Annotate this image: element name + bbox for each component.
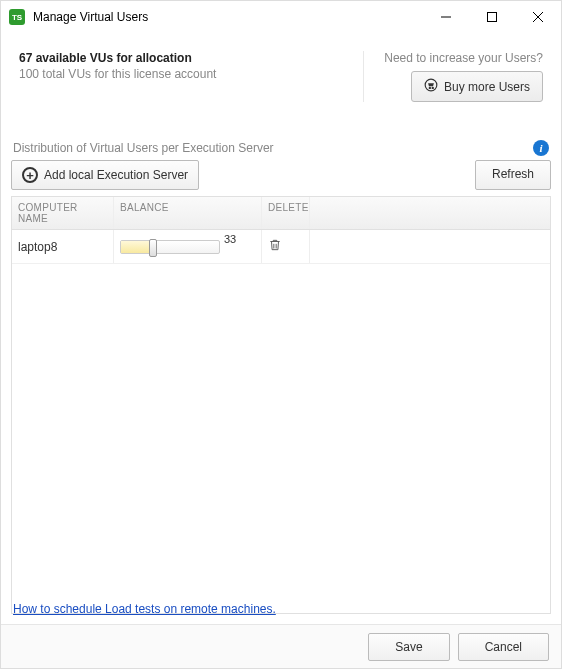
window-controls — [423, 1, 561, 33]
servers-table: COMPUTER NAME BALANCE DELETE laptop8 33 — [11, 196, 551, 614]
cart-icon — [424, 78, 438, 95]
slider-thumb[interactable] — [149, 239, 157, 257]
add-local-server-button[interactable]: + Add local Execution Server — [11, 160, 199, 190]
buy-more-users-label: Buy more Users — [444, 80, 530, 94]
svg-point-5 — [429, 87, 430, 88]
summary-row: 67 available VUs for allocation 100 tota… — [1, 33, 561, 110]
col-balance: BALANCE — [114, 197, 262, 229]
cancel-button[interactable]: Cancel — [458, 633, 549, 661]
maximize-button[interactable] — [469, 1, 515, 33]
svg-point-6 — [432, 87, 433, 88]
app-icon: TS — [9, 9, 25, 25]
table-header: COMPUTER NAME BALANCE DELETE — [12, 197, 550, 230]
close-button[interactable] — [515, 1, 561, 33]
table-row: laptop8 33 — [12, 230, 550, 264]
section-header: Distribution of Virtual Users per Execut… — [1, 110, 561, 160]
total-vus-label: 100 total VUs for this license account — [19, 67, 363, 81]
available-vus-label: 67 available VUs for allocation — [19, 51, 363, 65]
cell-computer-name: laptop8 — [12, 230, 114, 263]
summary-right: Need to increase your Users? Buy more Us… — [363, 51, 543, 102]
buy-more-users-button[interactable]: Buy more Users — [411, 71, 543, 102]
help-link-row: How to schedule Load tests on remote mac… — [13, 602, 276, 616]
svg-rect-1 — [488, 13, 497, 22]
cell-delete — [262, 230, 310, 263]
info-icon[interactable]: i — [533, 140, 549, 156]
dialog-footer: Save Cancel — [1, 624, 561, 668]
minimize-button[interactable] — [423, 1, 469, 33]
cell-balance: 33 — [114, 230, 262, 263]
delete-row-button[interactable] — [268, 238, 282, 255]
trash-icon — [268, 238, 282, 252]
table-body: laptop8 33 — [12, 230, 550, 613]
save-button[interactable]: Save — [368, 633, 449, 661]
refresh-button[interactable]: Refresh — [475, 160, 551, 190]
increase-prompt: Need to increase your Users? — [384, 51, 543, 65]
plus-circle-icon: + — [22, 167, 38, 183]
window-title: Manage Virtual Users — [33, 10, 423, 24]
col-delete: DELETE — [262, 197, 310, 229]
col-computer-name: COMPUTER NAME — [12, 197, 114, 229]
help-link[interactable]: How to schedule Load tests on remote mac… — [13, 602, 276, 616]
balance-slider[interactable] — [120, 240, 220, 254]
title-bar: TS Manage Virtual Users — [1, 1, 561, 33]
balance-value: 33 — [224, 233, 236, 245]
summary-left: 67 available VUs for allocation 100 tota… — [19, 51, 363, 102]
table-toolbar: + Add local Execution Server Refresh — [11, 160, 551, 190]
add-local-server-label: Add local Execution Server — [44, 168, 188, 182]
section-label: Distribution of Virtual Users per Execut… — [13, 141, 533, 155]
toolbar-spacer — [207, 160, 467, 190]
